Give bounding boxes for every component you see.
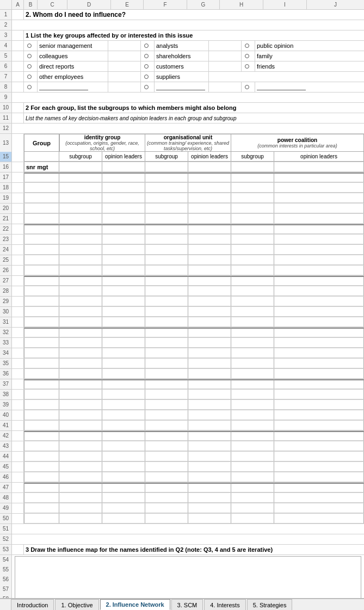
rownum-53: 53 (0, 545, 12, 554)
row-15[interactable]: 15 subgroup opinion leaders subgroup opi… (0, 152, 364, 162)
header-group: Group (24, 134, 59, 152)
bullet-4f (144, 44, 149, 48)
row-44: 44 (0, 452, 364, 462)
cell-16-op1 (102, 162, 145, 172)
cell-24-0 (59, 245, 102, 255)
cell-36-1 (102, 369, 145, 379)
tab-influence-network[interactable]: 2. Influence Network (100, 599, 170, 610)
cell-21-0 (59, 214, 102, 224)
cell-30-group (24, 307, 59, 317)
tab-interests[interactable]: 4. Interests (204, 599, 245, 610)
row-15-content: subgroup opinion leaders subgroup opinio… (12, 152, 364, 162)
cell-48-4 (231, 493, 274, 503)
rownum-1: 1 (0, 10, 12, 20)
rownum-4: 4 (0, 41, 12, 51)
row-36-content (12, 369, 364, 379)
header-power: power coalition (common interests in par… (231, 134, 364, 152)
bullet-4b (27, 44, 32, 48)
cell-31a (12, 317, 24, 327)
rownum-39: 39 (0, 400, 12, 410)
row-51-content (12, 524, 364, 534)
cell-12-empty (12, 124, 364, 133)
cell-6-col1: direct reports (38, 61, 108, 71)
row-27-content (12, 276, 364, 286)
section3-text: Draw the influence map for the names ide… (30, 546, 273, 553)
cell-7-col2: suppliers (155, 72, 209, 82)
cell-43-3 (188, 441, 231, 451)
cell-40-3 (188, 410, 231, 420)
rownum-25: 25 (0, 255, 12, 265)
cell-37-group (24, 379, 59, 389)
cell-6-bullet3 (242, 61, 255, 71)
cell-8a (12, 82, 24, 92)
cell-50-1 (102, 514, 145, 523)
cell-48-2 (145, 493, 188, 503)
column-headers: A B C D E F G H I J (0, 0, 364, 10)
cell-16-sub2 (145, 162, 188, 172)
cell-40-2 (145, 410, 188, 420)
cell-18-last (274, 183, 364, 193)
row-23: 23 (0, 235, 364, 245)
tab-introduction[interactable]: Introduction (11, 599, 54, 610)
row-12-content (12, 124, 364, 133)
row-45-content (12, 462, 364, 472)
cell-4-col1: senior management (38, 41, 108, 51)
row-32: 32 (0, 328, 364, 338)
cell-6-col3: friends (255, 61, 364, 71)
cell-30-last (274, 307, 364, 317)
cell-44-4 (231, 452, 274, 461)
cell-47-group (24, 483, 59, 492)
cell-33-2 (145, 338, 188, 348)
cell-35a (12, 359, 24, 368)
cell-37-4 (231, 379, 274, 389)
cell-27a (12, 276, 24, 286)
cell-10a (12, 103, 24, 113)
rownum-50: 50 (0, 514, 12, 523)
row-28: 28 (0, 286, 364, 297)
cell-27-0 (59, 276, 102, 286)
row-36: 36 (0, 369, 364, 379)
cell-11-subtitle: List the names of key decision-makers an… (24, 113, 364, 123)
row-12: 12 (0, 124, 364, 134)
row-29: 29 (0, 297, 364, 307)
underline-8-2 (156, 84, 205, 90)
cell-39-last (274, 400, 364, 410)
cell-42-4 (231, 431, 274, 441)
cell-26-3 (188, 266, 231, 275)
row-26: 26 (0, 266, 364, 276)
rownum-22: 22 (0, 224, 12, 234)
tab-scm[interactable]: 3. SCM (171, 599, 203, 610)
rownum-31: 31 (0, 317, 12, 327)
rownum-13: 13 (0, 134, 12, 152)
cell-45-4 (231, 462, 274, 472)
cell-47-last (274, 483, 364, 492)
cell-35-last (274, 359, 364, 368)
cell-4-bullet3 (242, 41, 255, 51)
tab-objective[interactable]: 1. Objective (55, 599, 98, 610)
cell-41-last (274, 421, 364, 430)
cell-33-3 (188, 338, 231, 348)
cell-27-group (24, 276, 59, 286)
cell-43-4 (231, 441, 274, 451)
row-11-content: List the names of key decision-makers an… (12, 113, 364, 123)
row-2: 2 (0, 20, 364, 30)
cell-8-bullet3 (242, 82, 255, 92)
cell-4-col3: public opinion (255, 41, 364, 51)
row-21-content (12, 214, 364, 224)
cell-16-sub3 (231, 162, 274, 172)
cell-19-0 (59, 193, 102, 203)
cell-27-1 (102, 276, 145, 286)
cell-4-bullet2 (141, 41, 155, 51)
cell-44-1 (102, 452, 145, 461)
row-40-content (12, 410, 364, 420)
cell-47-4 (231, 483, 274, 492)
cell-22-last (274, 224, 364, 234)
cell-33-last (274, 338, 364, 348)
tab-strategies[interactable]: 5. Strategies (247, 599, 293, 610)
row-34: 34 (0, 348, 364, 359)
cell-6g (209, 61, 242, 71)
row-50: 50 (0, 514, 364, 524)
rownum-9: 9 (0, 93, 12, 102)
cell-13a (12, 134, 24, 152)
cell-26-1 (102, 266, 145, 275)
